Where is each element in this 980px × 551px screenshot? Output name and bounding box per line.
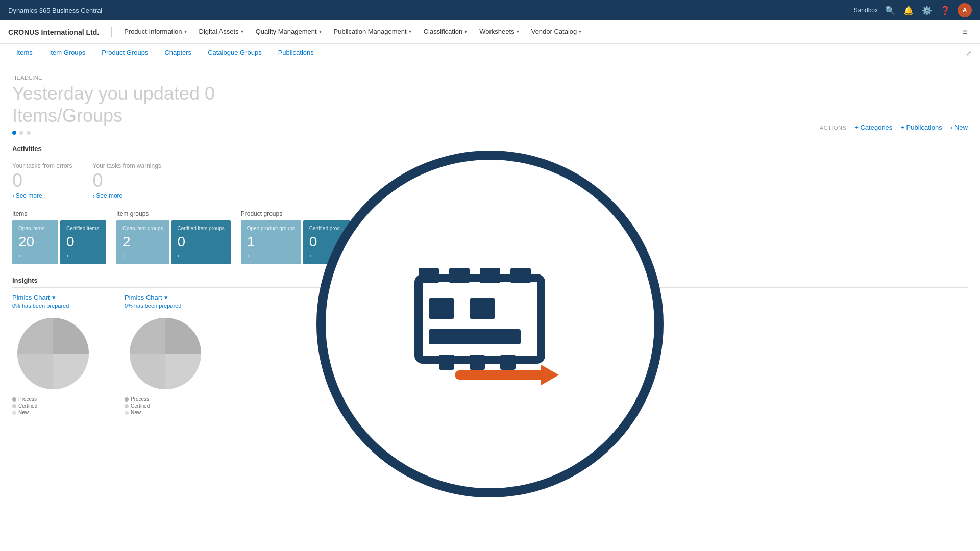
nav-item-vendor-catalog[interactable]: Vendor Catalog ▾ <box>525 20 588 44</box>
subnav-items[interactable]: Items <box>8 44 41 62</box>
tile-open-item-groups[interactable]: Open item groups 2 › <box>116 220 169 264</box>
dot-1[interactable] <box>12 131 16 135</box>
tile-group-items-label: Items <box>12 210 106 217</box>
hamburger-icon[interactable]: ≡ <box>958 27 972 37</box>
subnav-product-groups[interactable]: Product Groups <box>93 44 156 62</box>
tasks-warnings-count: 0 <box>93 171 161 190</box>
tasks-errors-label: Your tasks from errors <box>12 162 72 169</box>
svg-marker-14 <box>541 365 559 385</box>
see-more-warnings[interactable]: See more <box>93 192 161 200</box>
tile-certified-items[interactable]: Certified items 0 › <box>60 220 106 264</box>
tasks-warnings-label: Your tasks from warnings <box>93 162 161 169</box>
chevron-down-icon: ▾ <box>464 29 467 34</box>
tiles-row-items: Open items 20 › Certified items 0 › <box>12 220 106 264</box>
chevron-down-icon: ▾ <box>184 29 187 34</box>
svg-rect-3 <box>419 268 439 283</box>
see-more-errors[interactable]: See more <box>12 192 72 200</box>
svg-rect-11 <box>470 355 485 370</box>
chevron-down-icon: ▾ <box>579 29 581 34</box>
subnav-publications[interactable]: Publications <box>270 44 322 62</box>
chevron-down-icon: ▾ <box>164 294 168 302</box>
tile-group-product-groups-label: Product groups <box>241 210 350 217</box>
navbar: CRONUS International Ltd. Product Inform… <box>0 20 980 44</box>
svg-rect-8 <box>470 298 495 319</box>
svg-rect-5 <box>480 268 500 283</box>
tile-group-item-groups: Item groups Open item groups 2 › Certifi… <box>116 210 231 264</box>
nav-item-digital-assets[interactable]: Digital Assets ▾ <box>193 20 250 44</box>
tile-group-items: Items Open items 20 › Certified items 0 … <box>12 210 106 264</box>
nav-item-worksheets[interactable]: Worksheets ▾ <box>473 20 525 44</box>
chevron-down-icon: ▾ <box>319 29 322 34</box>
search-icon[interactable]: 🔍 <box>884 4 896 16</box>
pie-chart-1 <box>12 313 94 394</box>
nav-divider <box>111 27 112 37</box>
nav-item-classification[interactable]: Classification ▾ <box>418 20 474 44</box>
help-icon[interactable]: ❓ <box>939 4 951 16</box>
notification-icon[interactable]: 🔔 <box>902 4 915 16</box>
nav-menu: Product Information ▾ Digital Assets ▾ Q… <box>118 20 958 44</box>
subnav-item-groups[interactable]: Item Groups <box>41 44 94 62</box>
main-icon <box>408 242 572 406</box>
company-name: CRONUS International Ltd. <box>8 28 99 36</box>
tile-group-item-groups-label: Item groups <box>116 210 231 217</box>
headline-text: Yesterday you updated 0 Items/Groups <box>12 83 968 127</box>
nav-item-product-info[interactable]: Product Information ▾ <box>118 20 192 44</box>
chart-2-sublabel: 0% has been prepared <box>125 303 206 309</box>
tasks-warnings-group: Your tasks from warnings 0 See more <box>93 162 161 200</box>
settings-icon[interactable]: ⚙️ <box>921 4 933 16</box>
actions-label: Actions <box>820 124 846 131</box>
tile-open-items[interactable]: Open items 20 › <box>12 220 58 264</box>
subnav-catalogue-groups[interactable]: Catalogue Groups <box>200 44 270 62</box>
new-button[interactable]: › New <box>950 123 968 131</box>
environment-label: Sandbox <box>854 7 878 14</box>
chart-1-sublabel: 0% has been prepared <box>12 303 94 309</box>
circle-overlay <box>316 151 664 497</box>
topbar-right: Sandbox 🔍 🔔 ⚙️ ❓ A <box>854 3 972 17</box>
publications-button[interactable]: + Publications <box>900 123 942 131</box>
topbar: Dynamics 365 Business Central Sandbox 🔍 … <box>0 0 980 20</box>
svg-rect-9 <box>429 329 521 344</box>
svg-rect-10 <box>439 355 454 370</box>
tile-certified-item-groups[interactable]: Certified item groups 0 › <box>172 220 231 264</box>
tasks-errors-group: Your tasks from errors 0 See more <box>12 162 72 200</box>
headline-label: Headline <box>12 74 968 81</box>
chart-1-legend: Process Certified New <box>12 396 94 416</box>
svg-rect-7 <box>429 298 454 319</box>
dot-3[interactable] <box>27 131 31 135</box>
svg-rect-4 <box>449 268 470 283</box>
user-avatar[interactable]: A <box>958 3 972 17</box>
nav-item-publication-management[interactable]: Publication Management ▾ <box>328 20 418 44</box>
tasks-errors-count: 0 <box>12 171 72 190</box>
pie-chart-2 <box>125 313 206 394</box>
dot-2[interactable] <box>19 131 23 135</box>
chart-2: Pimics Chart ▾ 0% has been prepared Proc… <box>125 294 206 416</box>
categories-button[interactable]: + Categories <box>854 123 892 131</box>
svg-rect-6 <box>510 268 531 283</box>
subnav-chapters[interactable]: Chapters <box>156 44 200 62</box>
app-name: Dynamics 365 Business Central <box>8 7 102 14</box>
main-content: Actions + Categories + Publications › Ne… <box>0 62 980 551</box>
circle-content <box>408 242 572 406</box>
chevron-down-icon: ▾ <box>409 29 411 34</box>
chevron-down-icon: ▾ <box>517 29 519 34</box>
chart-2-label[interactable]: Pimics Chart ▾ <box>125 294 206 302</box>
svg-rect-12 <box>500 355 516 370</box>
chart-1: Pimics Chart ▾ 0% has been prepared Proc… <box>12 294 94 416</box>
actions-row: Actions + Categories + Publications › Ne… <box>820 123 968 131</box>
tile-open-product-groups[interactable]: Open product groups 1 › <box>241 220 301 264</box>
chart-1-label[interactable]: Pimics Chart ▾ <box>12 294 94 302</box>
nav-item-quality-management[interactable]: Quality Management ▾ <box>250 20 328 44</box>
carousel-dots <box>12 131 968 135</box>
subnav: Items Item Groups Product Groups Chapter… <box>0 44 980 62</box>
tiles-row-item-groups: Open item groups 2 › Certified item grou… <box>116 220 231 264</box>
chart-2-legend: Process Certified New <box>125 396 206 416</box>
chevron-down-icon: ▾ <box>241 29 243 34</box>
expand-icon[interactable]: ⤢ <box>966 49 972 57</box>
chevron-down-icon: ▾ <box>52 294 56 302</box>
